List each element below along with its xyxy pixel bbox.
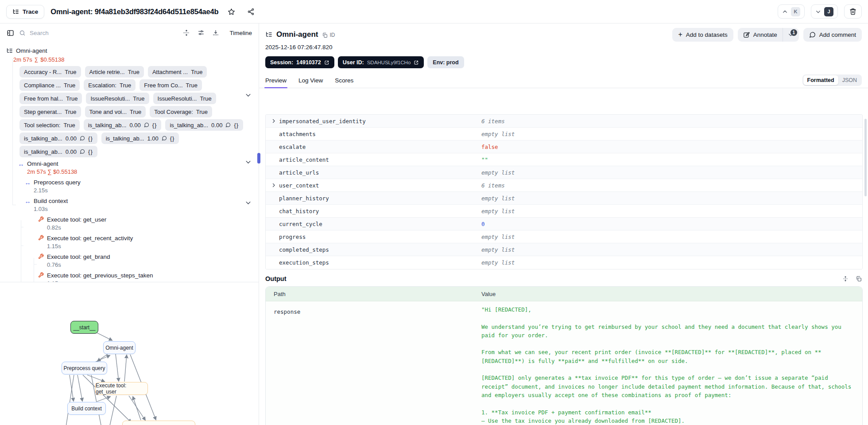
external-link-icon bbox=[324, 60, 329, 65]
score-badge[interactable]: is_talking_ab...0.00{} bbox=[165, 119, 243, 131]
score-badge[interactable]: is_talking_ab...1.00{} bbox=[101, 133, 179, 144]
input-state-row[interactable]: article_urlsempty list bbox=[266, 166, 862, 179]
chevron-down-icon[interactable] bbox=[245, 159, 252, 165]
add-to-datasets-button[interactable]: + Add to datasets bbox=[672, 28, 733, 42]
search-input[interactable] bbox=[30, 30, 132, 36]
tree-node[interactable]: Execute tool: get_user0.82s bbox=[0, 216, 259, 232]
chevron-right-icon bbox=[271, 183, 276, 188]
input-state-row[interactable]: impersonated_user_identity6 items bbox=[266, 115, 862, 128]
tab-preview[interactable]: Preview bbox=[265, 77, 287, 88]
expand-all-icon[interactable] bbox=[183, 29, 190, 36]
delete-trace-button[interactable] bbox=[844, 4, 862, 19]
share-button[interactable] bbox=[244, 5, 257, 18]
list-tree-icon bbox=[12, 8, 19, 15]
input-state-row[interactable]: article_content"" bbox=[266, 153, 862, 166]
graph-edge bbox=[78, 375, 82, 401]
next-trace-button[interactable]: J bbox=[811, 4, 838, 19]
score-badge[interactable]: Attachment ...True bbox=[148, 66, 207, 78]
expand-output-icon[interactable] bbox=[842, 276, 849, 282]
score-badge[interactable]: Compliance ...True bbox=[19, 79, 80, 91]
score-badge[interactable]: is_talking_ab...0.00{} bbox=[19, 146, 97, 157]
input-state-row[interactable]: completed_stepsempty list bbox=[266, 243, 862, 256]
column-header-path: Path bbox=[266, 291, 286, 297]
tree-node[interactable]: Execute tool: get_recent_activity1.15s bbox=[0, 234, 259, 250]
graph-node[interactable] bbox=[122, 421, 195, 425]
timeline-toggle[interactable]: Timeline bbox=[229, 30, 252, 36]
user-id-badge[interactable]: User ID: SDAHUSLy9f1CHo bbox=[338, 56, 424, 68]
score-badge[interactable]: IssueResoluti...True bbox=[153, 93, 216, 104]
download-icon[interactable] bbox=[212, 29, 219, 36]
search-box[interactable] bbox=[19, 30, 178, 36]
state-key: chat_history bbox=[279, 208, 319, 214]
score-badge[interactable]: Escalation:True bbox=[84, 79, 136, 91]
state-value: empty list bbox=[481, 246, 515, 253]
input-state-row[interactable]: escalatefalse bbox=[266, 140, 862, 153]
score-badge[interactable]: is_talking_ab...0.00{} bbox=[84, 119, 162, 131]
input-state-row[interactable]: progressempty list bbox=[266, 230, 862, 243]
score-badge[interactable]: Free from hal...True bbox=[19, 93, 82, 104]
graph-node[interactable]: Build context bbox=[67, 402, 106, 415]
state-value: empty list bbox=[481, 234, 515, 240]
copy-id-button[interactable]: ID bbox=[322, 32, 335, 38]
chevron-down-icon[interactable] bbox=[245, 92, 252, 98]
preview-scroll-area[interactable]: impersonated_user_identity6 itemsattachm… bbox=[259, 112, 868, 425]
observation-panel: Omni-agent ID + Add to datasets Annotate bbox=[259, 23, 868, 425]
score-badge[interactable]: is_talking_ab...0.00{} bbox=[19, 133, 97, 144]
span-arrows-icon: ↔ bbox=[24, 179, 31, 195]
tree-node[interactable]: ↔Build context1.03s bbox=[0, 197, 259, 213]
tree-node-root[interactable]: Omni-agent bbox=[0, 47, 259, 55]
state-key: impersonated_user_identity bbox=[279, 118, 366, 125]
graph-node[interactable]: __start__ bbox=[70, 321, 98, 334]
settings-sliders-icon[interactable] bbox=[198, 29, 205, 36]
input-state-row[interactable]: attachmentsempty list bbox=[266, 128, 862, 140]
input-state-row[interactable]: current_cycle0 bbox=[266, 218, 862, 230]
score-badge[interactable]: Tool selection:True bbox=[19, 119, 80, 131]
annotate-dropdown-button[interactable]: 1 bbox=[783, 28, 799, 42]
chevron-down-icon[interactable] bbox=[245, 199, 252, 206]
tab-log-view[interactable]: Log View bbox=[298, 77, 323, 88]
graph-node[interactable]: Omni-agent bbox=[103, 341, 136, 354]
scrollbar-thumb[interactable] bbox=[864, 119, 867, 196]
graph-edge bbox=[109, 396, 116, 425]
collapse-panel-icon[interactable] bbox=[7, 29, 14, 37]
format-option-json[interactable]: JSON bbox=[838, 75, 861, 85]
score-badge[interactable]: IssueResoluti...True bbox=[86, 93, 149, 104]
prev-trace-button[interactable]: K bbox=[778, 4, 805, 19]
score-badge[interactable]: Accuracy - R...True bbox=[19, 66, 81, 78]
format-option-formatted[interactable]: Formatted bbox=[803, 75, 838, 85]
score-badge[interactable]: Tool Coverage:True bbox=[150, 106, 212, 117]
tab-scores[interactable]: Scores bbox=[335, 77, 353, 88]
input-state-row[interactable]: user_context6 items bbox=[266, 179, 862, 192]
tree-node[interactable]: ↔Preprocess query2.15s bbox=[0, 179, 259, 195]
add-comment-button[interactable]: Add comment bbox=[803, 28, 862, 42]
agent-graph: __start__Omni-agentPreprocess queryExecu… bbox=[0, 282, 259, 425]
trace-badge[interactable]: Trace bbox=[6, 5, 44, 19]
annotate-button[interactable]: Annotate bbox=[738, 28, 783, 42]
tree-node-label: Omni-agent bbox=[16, 47, 47, 54]
score-badge[interactable]: Free from Co...True bbox=[140, 79, 202, 91]
graph-edge bbox=[133, 397, 141, 420]
star-button[interactable] bbox=[225, 5, 238, 18]
chevron-right-icon[interactable] bbox=[271, 118, 279, 124]
score-badge-row: is_talking_ab...0.00{}is_talking_ab...1.… bbox=[19, 133, 240, 144]
copy-output-icon[interactable] bbox=[856, 276, 862, 282]
session-badge[interactable]: Session: 14910372 bbox=[265, 56, 334, 68]
output-table-header: Path Value bbox=[266, 287, 862, 301]
input-state-row[interactable]: execution_stepsempty list bbox=[266, 256, 862, 269]
chevron-right-icon[interactable] bbox=[271, 183, 279, 188]
graph-node[interactable]: Execute tool: get_user bbox=[95, 382, 148, 395]
panel-resize-handle[interactable] bbox=[257, 153, 260, 164]
graph-node[interactable]: Preprocess query bbox=[62, 362, 107, 374]
score-badge[interactable]: Tone and voi...True bbox=[85, 106, 146, 117]
input-state-row[interactable]: chat_historyempty list bbox=[266, 205, 862, 218]
tree-node[interactable]: ↔Omni-agent2m 57s ∑ $0.55138 bbox=[0, 160, 259, 176]
tree-node[interactable]: Execute tool: get_previous_steps_taken1.… bbox=[0, 272, 259, 282]
score-badge[interactable]: Step generat...True bbox=[19, 106, 81, 117]
trace-tree: Omni-agent 2m 57s ∑ $0.55138 Accuracy - … bbox=[0, 42, 259, 282]
tree-node[interactable]: Execute tool: get_brand0.76s bbox=[0, 253, 259, 269]
score-badge[interactable]: Article retrie...True bbox=[85, 66, 144, 78]
comment-icon bbox=[80, 149, 85, 154]
comment-icon bbox=[162, 136, 167, 141]
shortcut-key-k: K bbox=[791, 7, 800, 16]
input-state-row[interactable]: planner_historyempty list bbox=[266, 192, 862, 205]
